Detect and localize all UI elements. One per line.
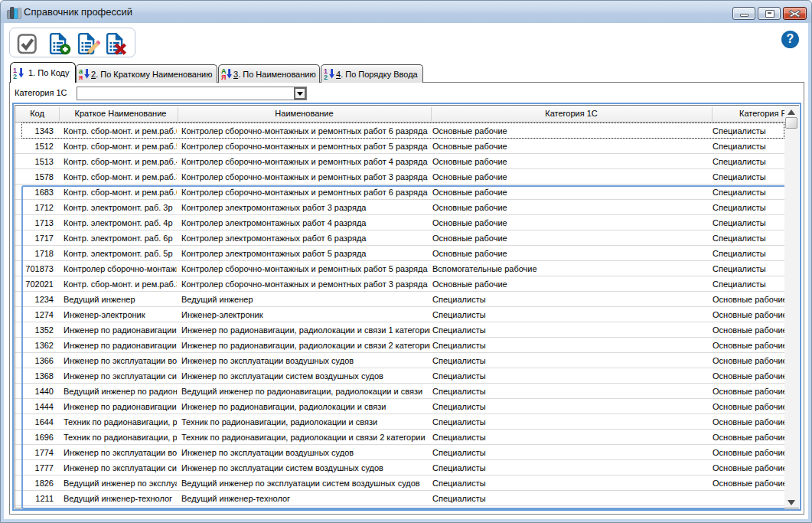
svg-text:я: я	[79, 74, 83, 80]
svg-text:2: 2	[324, 74, 328, 80]
svg-text:Я: Я	[221, 74, 226, 80]
svg-text:2: 2	[13, 73, 17, 80]
